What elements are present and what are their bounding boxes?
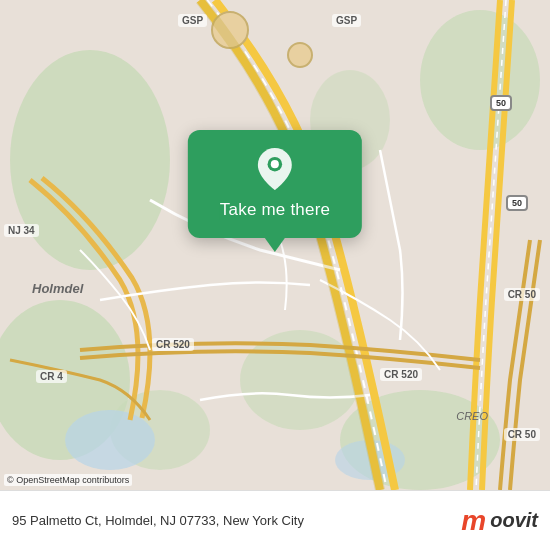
gsp-label-2: GSP bbox=[332, 14, 361, 27]
r50-badge-2: 50 bbox=[506, 195, 528, 211]
holmdel-place-label: Holmdel bbox=[28, 280, 87, 297]
cr520-label-2: CR 520 bbox=[380, 368, 422, 381]
svg-point-13 bbox=[271, 160, 279, 168]
moovit-word: oovit bbox=[490, 509, 538, 532]
footer: 95 Palmetto Ct, Holmdel, NJ 07733, New Y… bbox=[0, 490, 550, 550]
osm-attribution: © OpenStreetMap contributors bbox=[4, 474, 132, 486]
popup-bubble[interactable]: Take me there bbox=[188, 130, 362, 238]
svg-point-5 bbox=[420, 10, 540, 150]
creo-place-label: CREO bbox=[456, 410, 488, 422]
address-text: 95 Palmetto Ct, Holmdel, NJ 07733, New Y… bbox=[12, 513, 304, 528]
location-pin-icon bbox=[254, 148, 296, 190]
moovit-logo: m oovit bbox=[461, 505, 538, 537]
nj34-label: NJ 34 bbox=[4, 224, 39, 237]
take-me-there-button[interactable]: Take me there bbox=[220, 200, 330, 220]
r50-badge-1: 50 bbox=[490, 95, 512, 111]
gsp-label-1: GSP bbox=[178, 14, 207, 27]
cr50-label-1: CR 50 bbox=[504, 288, 540, 301]
moovit-m-letter: m bbox=[461, 505, 486, 537]
map-container: Take me there Holmdel CREO GSP GSP 50 50… bbox=[0, 0, 550, 490]
svg-point-11 bbox=[288, 43, 312, 67]
svg-point-8 bbox=[65, 410, 155, 470]
cr50-label-2: CR 50 bbox=[504, 428, 540, 441]
cr4-label: CR 4 bbox=[36, 370, 67, 383]
cr520-label-1: CR 520 bbox=[152, 338, 194, 351]
